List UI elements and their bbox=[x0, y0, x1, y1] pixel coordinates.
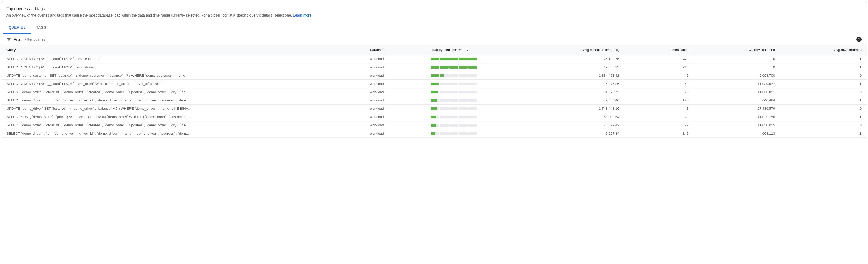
cell-times-called: 478 bbox=[624, 55, 694, 63]
cell-rows-returned: 0 bbox=[780, 71, 867, 80]
cell-rows-returned: 0 bbox=[780, 88, 867, 96]
col-rows-scanned[interactable]: Avg rows scanned bbox=[693, 45, 780, 55]
cell-times-called: 28 bbox=[624, 113, 694, 121]
table-row[interactable]: SELECT `demo_driver` . `id` , `demo_driv… bbox=[1, 96, 867, 105]
load-bar bbox=[431, 91, 477, 93]
cell-database: workload bbox=[365, 113, 425, 121]
cell-load bbox=[426, 121, 538, 129]
cell-rows-scanned: 46,098,700 bbox=[693, 71, 780, 80]
load-bar bbox=[431, 66, 477, 68]
cell-query: UPDATE `demo_driver` SET `balance` = ( `… bbox=[1, 105, 365, 113]
filter-icon bbox=[6, 37, 11, 42]
help-icon[interactable]: ? bbox=[856, 37, 862, 42]
col-load[interactable]: Load by total time ▼ ↓ bbox=[426, 45, 538, 55]
cell-rows-scanned: 11,029,756 bbox=[693, 113, 780, 121]
load-bar bbox=[431, 83, 477, 85]
cell-load bbox=[426, 113, 538, 121]
cell-avg-exec: 1,834,451.41 bbox=[538, 71, 624, 80]
cell-times-called: 62 bbox=[624, 80, 694, 88]
sort-caret-icon: ▼ bbox=[459, 49, 461, 52]
cell-rows-scanned: 0 bbox=[693, 55, 780, 63]
cell-query: SELECT COUNT ( * ) AS `__count` FROM `de… bbox=[1, 55, 365, 63]
learn-more-link[interactable]: Learn more bbox=[293, 13, 312, 17]
tab-queries[interactable]: QUERIES bbox=[3, 22, 31, 34]
table-row[interactable]: SELECT `demo_order` . `order_id` , `demo… bbox=[1, 121, 867, 129]
cell-database: workload bbox=[365, 96, 425, 105]
col-query[interactable]: Query bbox=[1, 45, 365, 55]
cell-times-called: 2 bbox=[624, 71, 694, 80]
filter-label: Filter bbox=[14, 37, 22, 41]
filter-bar: Filter ? bbox=[1, 34, 867, 45]
cell-load bbox=[426, 96, 538, 105]
cell-avg-exec: 9,833.46 bbox=[538, 96, 624, 105]
cell-avg-exec: 91,075.72 bbox=[538, 88, 624, 96]
cell-rows-returned: 0 bbox=[780, 121, 867, 129]
cell-rows-scanned: 640,484 bbox=[693, 96, 780, 105]
table-row[interactable]: SELECT COUNT ( * ) AS `__count` FROM `de… bbox=[1, 55, 867, 63]
cell-database: workload bbox=[365, 63, 425, 71]
table-row[interactable]: SELECT `demo_driver` . `id` , `demo_driv… bbox=[1, 129, 867, 138]
table-row[interactable]: UPDATE `demo_customer` SET `balance` = (… bbox=[1, 71, 867, 80]
cell-database: workload bbox=[365, 105, 425, 113]
sort-arrow-down-icon: ↓ bbox=[466, 47, 468, 52]
cell-database: workload bbox=[365, 121, 425, 129]
cell-query: UPDATE `demo_customer` SET `balance` = (… bbox=[1, 71, 365, 80]
cell-rows-scanned: 11,029,977 bbox=[693, 80, 780, 88]
cell-query: SELECT COUNT ( * ) AS `__count` FROM `de… bbox=[1, 80, 365, 88]
card-subtitle: An overview of the queries and tags that… bbox=[6, 13, 862, 18]
queries-table: Query Database Load by total time ▼ ↓ Av… bbox=[1, 45, 867, 138]
cell-rows-returned: 1 bbox=[780, 55, 867, 63]
col-rows-returned[interactable]: Avg rows returned bbox=[780, 45, 867, 55]
load-bar bbox=[431, 99, 477, 102]
cell-database: workload bbox=[365, 88, 425, 96]
cell-load bbox=[426, 105, 538, 113]
top-queries-card: Top queries and tags An overview of the … bbox=[1, 1, 867, 138]
card-header: Top queries and tags An overview of the … bbox=[1, 1, 867, 22]
cell-rows-scanned: 11,030,055 bbox=[693, 121, 780, 129]
cell-avg-exec: 60,308.54 bbox=[538, 113, 624, 121]
table-row[interactable]: SELECT COUNT ( * ) AS `__count` FROM `de… bbox=[1, 63, 867, 71]
col-database[interactable]: Database bbox=[365, 45, 425, 55]
table-row[interactable]: SELECT COUNT ( * ) AS `__count` FROM `de… bbox=[1, 80, 867, 88]
cell-times-called: 1 bbox=[624, 105, 694, 113]
cell-avg-exec: 26,138.76 bbox=[538, 55, 624, 63]
load-bar bbox=[431, 124, 477, 126]
cell-avg-exec: 9,627.84 bbox=[538, 129, 624, 138]
col-avg-exec[interactable]: Avg execution time (ms) bbox=[538, 45, 624, 55]
card-title: Top queries and tags bbox=[6, 6, 862, 11]
cell-avg-exec: 1,743,448.16 bbox=[538, 105, 624, 113]
table-header-row: Query Database Load by total time ▼ ↓ Av… bbox=[1, 45, 867, 55]
load-bar bbox=[431, 132, 477, 135]
cell-load bbox=[426, 88, 538, 96]
cell-avg-exec: 17,056.33 bbox=[538, 63, 624, 71]
load-bar bbox=[431, 58, 477, 60]
cell-query: SELECT COUNT ( * ) AS `__count` FROM `de… bbox=[1, 63, 365, 71]
cell-avg-exec: 36,875.86 bbox=[538, 80, 624, 88]
cell-times-called: 142 bbox=[624, 129, 694, 138]
cell-database: workload bbox=[365, 71, 425, 80]
tab-tags[interactable]: TAGS bbox=[31, 22, 52, 34]
load-bar bbox=[431, 74, 477, 77]
table-row[interactable]: UPDATE `demo_driver` SET `balance` = ( `… bbox=[1, 105, 867, 113]
cell-times-called: 178 bbox=[624, 96, 694, 105]
cell-rows-returned: 0 bbox=[780, 105, 867, 113]
cell-rows-returned: 1 bbox=[780, 96, 867, 105]
cell-rows-scanned: 11,030,051 bbox=[693, 88, 780, 96]
cell-load bbox=[426, 63, 538, 71]
cell-database: workload bbox=[365, 80, 425, 88]
cell-query: SELECT `demo_order` . `order_id` , `demo… bbox=[1, 121, 365, 129]
cell-rows-returned: 1 bbox=[780, 129, 867, 138]
table-row[interactable]: SELECT SUM ( `demo_order` . `price` ) AS… bbox=[1, 113, 867, 121]
cell-times-called: 22 bbox=[624, 121, 694, 129]
cell-rows-returned: 1 bbox=[780, 63, 867, 71]
cell-times-called: 22 bbox=[624, 88, 694, 96]
cell-rows-scanned: 0 bbox=[693, 63, 780, 71]
table-row[interactable]: SELECT `demo_order` . `order_id` , `demo… bbox=[1, 88, 867, 96]
col-times-called[interactable]: Times called bbox=[624, 45, 694, 55]
cell-load bbox=[426, 71, 538, 80]
cell-load bbox=[426, 80, 538, 88]
cell-load bbox=[426, 55, 538, 63]
cell-database: workload bbox=[365, 129, 425, 138]
cell-query: SELECT SUM ( `demo_order` . `price` ) AS… bbox=[1, 113, 365, 121]
filter-input[interactable] bbox=[24, 37, 854, 41]
